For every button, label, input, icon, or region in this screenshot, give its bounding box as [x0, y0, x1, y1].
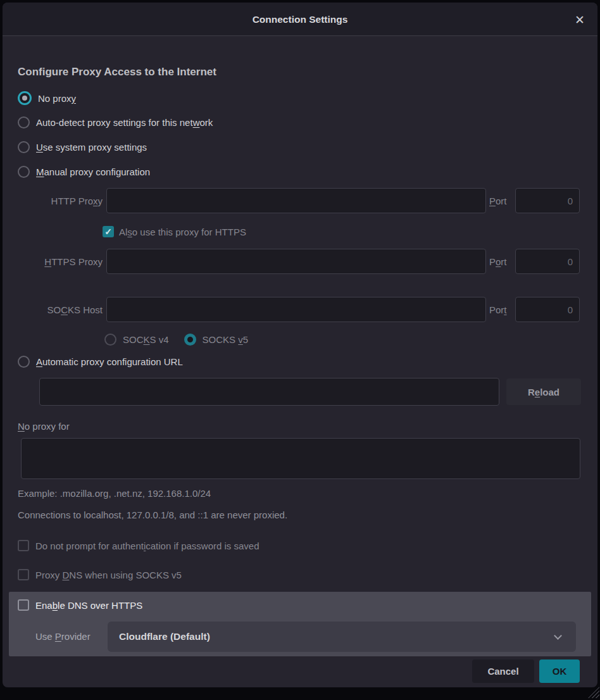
dialog-title: Connection Settings [3, 3, 597, 36]
ok-button[interactable]: OK [539, 659, 580, 683]
radio-socks-v5[interactable] [184, 334, 196, 346]
no-auth-prompt-label: Do not prompt for authentication if pass… [35, 541, 259, 551]
auto-url-input[interactable] [39, 378, 499, 406]
radio-system-proxy[interactable] [18, 141, 30, 153]
check-icon: ✓ [104, 227, 112, 237]
also-https-label: Also use this proxy for HTTPS [119, 227, 246, 237]
radio-row-auto-detect[interactable]: Auto-detect proxy settings for this netw… [18, 116, 213, 128]
http-port-input[interactable] [515, 188, 580, 213]
radio-no-proxy[interactable] [18, 91, 32, 105]
reload-button[interactable]: Reload [506, 378, 581, 405]
radio-label-manual-proxy: Manual proxy configuration [36, 166, 150, 177]
connection-settings-screen: { "window": { "title": "Connection Setti… [0, 0, 600, 700]
socks-version-row: SOCKS v4 SOCKS v5 [104, 334, 248, 346]
socks-host-label: SOCKS Host [3, 304, 103, 315]
radio-label-auto-detect: Auto-detect proxy settings for this netw… [36, 117, 213, 128]
radio-label-auto-url: Automatic proxy configuration URL [36, 356, 183, 367]
connection-settings-dialog: Connection Settings ✕ Configure Proxy Ac… [3, 3, 597, 687]
doh-provider-value: Cloudflare (Default) [119, 631, 210, 642]
doh-provider-select[interactable]: Cloudflare (Default) [108, 622, 576, 652]
resize-grip[interactable] [588, 687, 599, 698]
doh-enable-label: Enable DNS over HTTPS [35, 600, 142, 611]
proxy-dns-label: Proxy DNS when using SOCKS v5 [35, 570, 182, 580]
radio-label-system-proxy: Use system proxy settings [36, 142, 147, 153]
radio-label-socks-v4: SOCKS v4 [123, 334, 169, 345]
http-proxy-input[interactable] [106, 188, 486, 213]
dialog-titlebar: Connection Settings ✕ [3, 3, 597, 36]
http-proxy-label: HTTP Proxy [3, 196, 103, 206]
radio-manual-proxy[interactable] [18, 166, 30, 178]
https-proxy-label: HTTPS Proxy [3, 256, 103, 267]
doh-enable-checkbox[interactable] [18, 599, 29, 611]
radio-row-no-proxy[interactable]: No proxy [18, 91, 76, 105]
doh-enable-row[interactable]: Enable DNS over HTTPS [18, 599, 142, 611]
no-proxy-for-textarea[interactable] [21, 438, 580, 479]
socks-host-input[interactable] [106, 297, 486, 322]
radio-auto-detect[interactable] [18, 116, 30, 128]
radio-auto-url[interactable] [18, 356, 30, 368]
https-proxy-input[interactable] [106, 249, 486, 274]
chevron-down-icon [554, 632, 562, 640]
also-https-row[interactable]: ✓ Also use this proxy for HTTPS [103, 226, 246, 237]
cancel-button[interactable]: Cancel [472, 659, 534, 683]
proxy-dns-row[interactable]: Proxy DNS when using SOCKS v5 [18, 569, 182, 580]
close-icon[interactable]: ✕ [571, 11, 589, 28]
radio-label-socks-v5: SOCKS v5 [203, 334, 249, 345]
doh-panel: Enable DNS over HTTPS Use Provider Cloud… [9, 592, 591, 656]
proxy-dns-checkbox[interactable] [18, 569, 29, 580]
https-port-label: Port [489, 256, 507, 267]
https-port-input[interactable] [515, 249, 580, 274]
radio-row-manual-proxy[interactable]: Manual proxy configuration [18, 166, 150, 178]
no-auth-prompt-checkbox[interactable] [18, 540, 29, 551]
http-port-label: Port [489, 196, 507, 206]
socks-port-label: Port [489, 304, 507, 315]
socks-port-input[interactable] [515, 297, 580, 322]
radio-label-no-proxy: No proxy [38, 93, 76, 104]
doh-provider-label: Use Provider [35, 631, 91, 642]
no-auth-prompt-row[interactable]: Do not prompt for authentication if pass… [18, 540, 259, 551]
no-proxy-for-label: No proxy for [18, 421, 70, 432]
also-https-checkbox[interactable]: ✓ [103, 226, 114, 237]
radio-socks-v4[interactable] [104, 334, 116, 346]
localhost-note-text: Connections to localhost, 127.0.0.1/8, a… [18, 509, 287, 520]
radio-row-system-proxy[interactable]: Use system proxy settings [18, 141, 147, 153]
radio-row-auto-url[interactable]: Automatic proxy configuration URL [18, 356, 183, 368]
no-proxy-example-text: Example: .mozilla.org, .net.nz, 192.168.… [18, 488, 211, 499]
page-title: Configure Proxy Access to the Internet [18, 66, 216, 78]
